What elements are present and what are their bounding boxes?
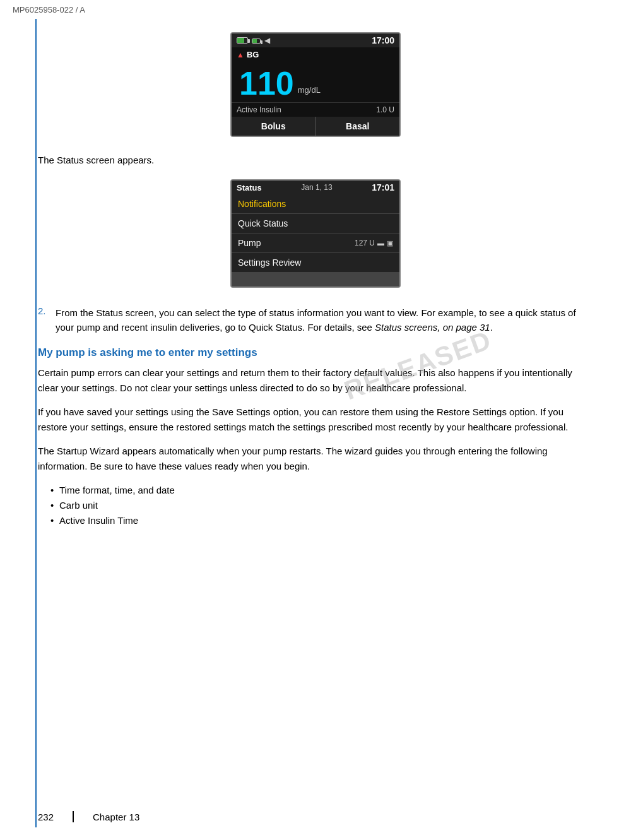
battery-icon-2 <box>252 38 261 44</box>
section-heading: My pump is asking me to enter my setting… <box>38 346 593 359</box>
body-text-3: The Startup Wizard appears automatically… <box>38 444 593 474</box>
bg-number: 110 <box>239 67 294 100</box>
bullet-item-3: Active Insulin Time <box>50 513 593 528</box>
step-text-end: . <box>490 322 493 333</box>
settings-review-label: Settings Review <box>238 257 301 268</box>
menu-item-notifications[interactable]: Notifications <box>232 194 399 214</box>
quick-status-label: Quick Status <box>238 218 288 228</box>
status-label: Status <box>237 183 262 192</box>
device-screen-1: ◀ 17:00 ▲ BG 110 mg/dL Active Insulin 1.… <box>230 32 401 137</box>
step-number: 2. <box>38 305 49 335</box>
body-text-2-content: If you have saved your settings using th… <box>38 406 568 432</box>
device-topbar-1: ◀ 17:00 <box>232 33 399 47</box>
battery-icon <box>237 37 248 44</box>
doc-id: MP6025958-022 / A <box>13 5 85 15</box>
page-header: MP6025958-022 / A <box>0 0 631 20</box>
status-time: 17:01 <box>372 182 394 192</box>
bullet-item-2: Carb unit <box>50 498 593 513</box>
body-text-1: Certain pump errors can clear your setti… <box>38 365 593 396</box>
status-menu-spacer <box>232 273 399 287</box>
bg-value-row: 110 mg/dL <box>232 62 399 102</box>
bg-header: ▲ BG <box>232 47 399 62</box>
active-insulin-value: 1.0 U <box>376 105 394 114</box>
battery-fill-2 <box>252 39 257 43</box>
pump-label: Pump <box>238 238 261 248</box>
page-content: ◀ 17:00 ▲ BG 110 mg/dL Active Insulin 1.… <box>0 20 631 562</box>
footer-chapter: Chapter 13 <box>93 812 139 822</box>
pump-battery-icon: ▬ <box>377 239 384 247</box>
step-text-italic: Status screens, on page 31 <box>375 322 490 333</box>
menu-item-pump[interactable]: Pump 127 U ▬ ▣ <box>232 234 399 253</box>
pump-row-right: 127 U ▬ ▣ <box>355 239 393 247</box>
battery-fill <box>237 38 244 43</box>
menu-item-quick-status[interactable]: Quick Status <box>232 214 399 234</box>
active-insulin-row: Active Insulin 1.0 U <box>232 102 399 117</box>
device-screen-2: Status Jan 1, 13 17:01 Notifications Qui… <box>230 179 401 288</box>
device-screen-2-container: Status Jan 1, 13 17:01 Notifications Qui… <box>38 179 593 288</box>
sound-icon: ◀ <box>264 36 270 45</box>
body-text-1-content: Certain pump errors can clear your setti… <box>38 367 572 393</box>
step-text: From the Status screen, you can select t… <box>56 305 593 335</box>
bolus-btn[interactable]: Bolus <box>232 117 316 136</box>
page-footer: 232 Chapter 13 <box>38 811 139 822</box>
notifications-label: Notifications <box>238 199 286 209</box>
status-appears-text: The Status screen appears. <box>38 155 593 165</box>
device-buttons-row: Bolus Basal <box>232 117 399 136</box>
bullet-item-1: Time format, time, and date <box>50 483 593 498</box>
pump-cartridge-icon: ▣ <box>387 239 393 247</box>
footer-divider <box>73 811 74 822</box>
topbar-icons: ◀ <box>237 36 270 45</box>
bullet-text-2: Carb unit <box>59 500 98 511</box>
arrow-icon: ▲ <box>237 50 244 59</box>
bullet-text-3: Active Insulin Time <box>59 515 138 526</box>
menu-item-settings-review[interactable]: Settings Review <box>232 253 399 273</box>
device-time-1: 17:00 <box>372 35 394 45</box>
status-date: Jan 1, 13 <box>301 183 332 192</box>
bg-unit: mg/dL <box>298 85 321 95</box>
pump-units: 127 U <box>355 239 375 247</box>
left-border <box>35 19 37 827</box>
body-text-2: If you have saved your settings using th… <box>38 405 593 435</box>
body-text-3-content: The Startup Wizard appears automatically… <box>38 446 548 471</box>
step-text-main: From the Status screen, you can select t… <box>56 307 576 333</box>
bullet-list: Time format, time, and date Carb unit Ac… <box>50 483 593 528</box>
step-2: 2. From the Status screen, you can selec… <box>38 305 593 335</box>
bullet-text-1: Time format, time, and date <box>59 485 175 495</box>
bg-screen: ▲ BG 110 mg/dL Active Insulin 1.0 U Bolu… <box>232 47 399 136</box>
status-topbar: Status Jan 1, 13 17:01 <box>232 180 399 194</box>
basal-btn[interactable]: Basal <box>316 117 400 136</box>
active-insulin-label: Active Insulin <box>237 105 281 114</box>
device-screen-1-container: ◀ 17:00 ▲ BG 110 mg/dL Active Insulin 1.… <box>38 32 593 137</box>
bg-label: BG <box>247 50 259 59</box>
footer-page-number: 232 <box>38 812 54 822</box>
